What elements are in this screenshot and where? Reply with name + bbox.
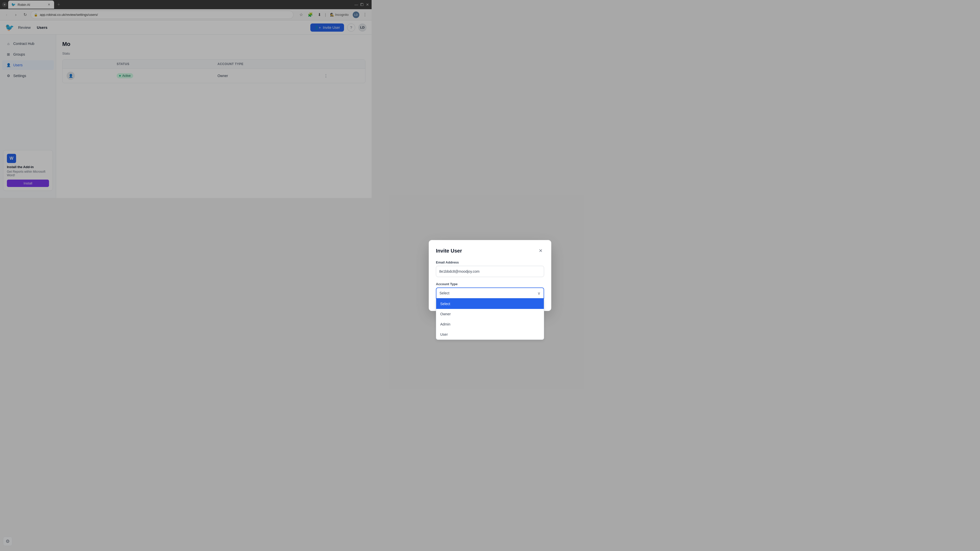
- modal-overlay[interactable]: Invite User ✕ Email Address Account Type…: [0, 0, 372, 208]
